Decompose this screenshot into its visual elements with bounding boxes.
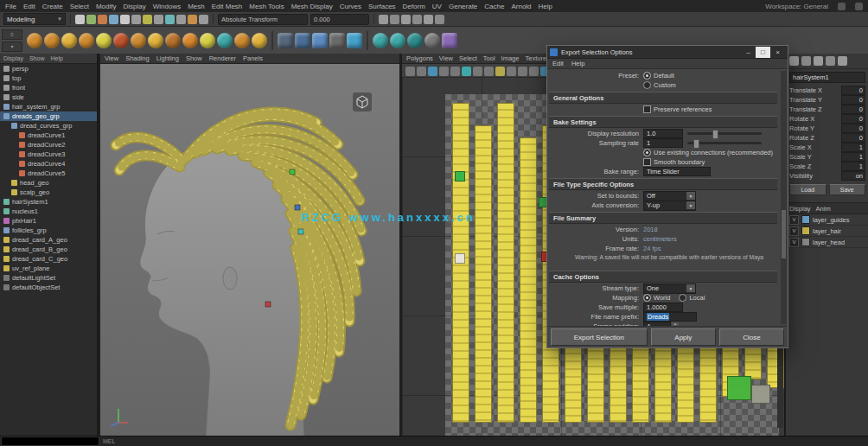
layer-row[interactable]: V layer_hair [786,226,868,237]
menu-item[interactable]: Select [70,3,89,10]
uv-tool-icon[interactable] [473,67,482,76]
dialog-button[interactable]: Apply [651,328,716,346]
status-tool-icon[interactable] [86,15,96,24]
shelf-tool-icon[interactable] [96,33,112,48]
menu-item[interactable]: UV [432,3,442,10]
channel-value[interactable]: 1 [841,143,865,152]
section-bake-settings[interactable]: Bake Settings [549,116,777,128]
outliner-row[interactable]: persp [0,64,97,73]
shelf-tab-menu-icon[interactable]: ≡ [2,29,22,40]
section-file-type-options[interactable]: File Type Specific Options [549,178,777,190]
object-name-field[interactable]: hairSystem1 [789,72,865,83]
menu-item[interactable]: Mesh Tools [249,3,284,10]
outliner-menu-item[interactable]: Help [50,55,62,61]
shelf-tool-icon[interactable] [407,33,423,48]
maximize-button[interactable]: □ [756,47,770,58]
outliner-row[interactable]: nucleus1 [0,207,97,216]
shelf-tool-icon[interactable] [113,33,129,48]
status-tool-icon[interactable] [131,15,141,24]
outliner-row[interactable]: top [0,73,97,83]
display-resolution-field[interactable]: 1.0 [643,129,683,138]
outliner-row[interactable]: dread_card_B_geo [0,245,97,254]
dialog-button[interactable]: Export Selection [551,328,648,346]
shelf-tool-icon[interactable] [347,33,362,48]
menu-item[interactable]: Generate [449,3,477,10]
uv-menu-item[interactable]: Select [459,54,477,62]
shelf-tool-icon[interactable] [44,33,60,48]
dialog-button[interactable]: Close [719,328,784,346]
status-tool-icon[interactable] [109,15,118,24]
shelf-tool-icon[interactable] [165,33,181,48]
uv-tool-icon[interactable] [507,67,516,76]
viewport-menu-item[interactable]: Renderer [209,54,236,62]
uv-tool-icon[interactable] [495,67,505,76]
outliner-row[interactable]: dread_card_C_geo [0,254,97,264]
dialog-scrollbar[interactable] [781,71,787,324]
uv-menu-item[interactable]: Image [501,54,520,62]
numeric-entry-field[interactable] [310,14,369,25]
shelf-tool-icon[interactable] [200,33,215,48]
outliner-row[interactable]: defaultObjectSet [0,283,97,292]
layer-visibility-toggle[interactable]: V [789,226,799,236]
shelf-tool-icon[interactable] [234,33,250,48]
menu-item[interactable]: Edit [23,3,35,10]
outliner-row[interactable]: scalp_geo [0,188,97,197]
mapping-local-radio[interactable] [679,294,686,302]
outliner-row[interactable]: side [0,92,97,102]
channel-value[interactable]: 0 [841,105,865,114]
channel-row[interactable]: Scale X 1 [786,143,868,152]
shelf-tool-icon[interactable] [329,33,345,48]
status-tool-icon[interactable] [154,15,163,24]
channel-box-icon[interactable] [801,56,811,66]
status-tool-icon[interactable] [165,15,175,24]
dialog-menu-item[interactable]: Edit [552,60,564,67]
shelf-tool-icon[interactable] [295,33,310,48]
outliner-menu-item[interactable]: Show [29,55,45,61]
channel-value[interactable]: 1 [841,152,865,162]
uv-shell-column[interactable] [520,137,537,423]
mapping-world-radio[interactable] [643,294,651,302]
uv-shell-column[interactable] [475,125,492,423]
uv-menu-item[interactable]: Tool [483,54,495,62]
menu-item[interactable]: Arnold [511,3,531,10]
use-existing-connections-radio[interactable] [643,149,651,156]
frame-padding-field[interactable]: 4 [643,322,671,326]
sampling-rate-field[interactable]: 1 [643,138,683,148]
channel-box-icon[interactable] [826,56,835,66]
status-tool-icon[interactable] [188,15,197,24]
shelf-tool-icon[interactable] [148,33,163,48]
shelf-tool-icon[interactable] [252,33,267,48]
close-button[interactable]: × [770,47,785,58]
perspective-viewport[interactable]: ViewShadingLightingShowRendererPanels [100,54,399,436]
shelf-tool-icon[interactable] [131,33,146,48]
outliner-row[interactable]: dreadCurve4 [0,159,97,169]
channel-value[interactable]: on [841,171,865,181]
layer-color-chip[interactable] [801,226,810,235]
uv-menu-item[interactable]: View [439,54,453,62]
menu-item[interactable]: Edit Mesh [212,3,243,10]
frame-padding-stepper[interactable]: ▲▼ [672,322,679,326]
layer-visibility-toggle[interactable]: V [789,215,799,225]
uv-tool-icon[interactable] [450,67,460,76]
shelf-tool-icon[interactable] [442,33,457,48]
channel-row[interactable]: Translate X 0 [786,86,868,95]
menu-item[interactable]: Surfaces [368,3,396,10]
channel-value[interactable]: 0 [841,133,865,143]
transform-entry-field[interactable] [218,14,308,25]
uv-shell-column[interactable] [497,103,514,423]
outliner-row[interactable]: follicles_grp [0,226,97,235]
slider-thumb[interactable] [712,130,718,139]
sampling-rate-slider[interactable] [687,142,762,144]
display-resolution-slider[interactable] [687,132,762,135]
channel-row[interactable]: Scale Y 1 [786,152,868,162]
section-file-summary[interactable]: File Summary [549,212,777,224]
command-line-mode-label[interactable]: MEL [103,438,115,444]
layer-tab-display[interactable]: Display [789,205,811,213]
viewport-menu-item[interactable]: Shading [125,54,150,62]
layer-row[interactable]: V layer_guides [786,214,868,226]
workspace-gear-icon[interactable] [838,3,846,10]
menu-item[interactable]: Cache [484,3,504,10]
section-general-options[interactable]: General Options [549,92,777,104]
menu-item[interactable]: Mesh [188,3,205,10]
menu-item[interactable]: Mesh Display [291,3,333,10]
